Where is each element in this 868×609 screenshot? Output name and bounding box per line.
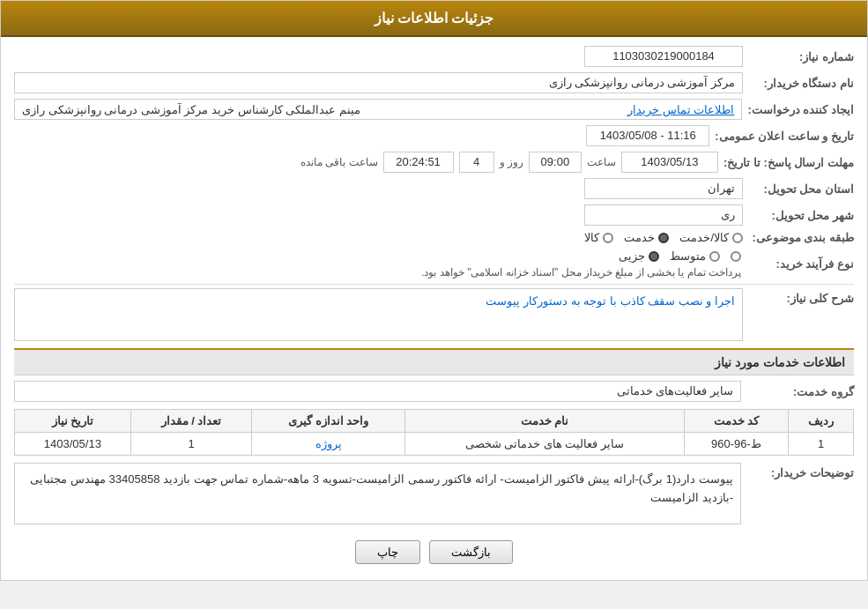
category-kala-khadamat-label: کالا/خدمت <box>679 231 729 244</box>
purchase-type-label: نوع فرآیند خرید: <box>748 257 854 271</box>
buyer-notes-label: توضیحات خریدار: <box>748 463 854 479</box>
remaining-time-value: 20:24:51 <box>383 152 454 173</box>
category-radio-kala-khadamat[interactable] <box>732 233 743 243</box>
reply-deadline-label: مهلت ارسال پاسخ: تا تاریخ: <box>723 156 854 169</box>
print-button[interactable]: چاپ <box>355 540 420 564</box>
creator-text: مینم عبدالملکی کارشناس خرید مرکز آموزشی … <box>22 103 360 116</box>
purchase-type-option-empty <box>731 251 741 262</box>
purchaser-value: مرکز آموزشی درمانی روانپزشکی رازی <box>14 72 743 93</box>
reply-time-label: ساعت <box>587 156 616 168</box>
col-header-unit: واحد اندازه گیری <box>252 410 405 433</box>
col-header-code: کد خدمت <box>684 410 788 433</box>
purchase-type-radio-group: متوسط جزیی <box>14 249 741 263</box>
purchaser-label: نام دستگاه خریدار: <box>748 77 854 90</box>
purchase-type-mutawasit-label: متوسط <box>670 249 706 263</box>
purchase-type-radio-empty[interactable] <box>731 251 741 262</box>
purchase-type-radio-juzee[interactable] <box>649 251 659 262</box>
cell-row: 1 <box>789 433 854 456</box>
service-group-value: سایر فعالیت‌های خدماتی <box>14 381 741 402</box>
cell-unit: پروژه <box>252 433 405 456</box>
service-group-label: گروه خدمت: <box>748 385 854 398</box>
need-description-value: اجرا و نصب سقف کاذب با توجه به دستورکار … <box>14 288 743 341</box>
city-value: ری <box>584 204 743 226</box>
category-radio-kala[interactable] <box>603 233 613 243</box>
category-option-kala-khadamat: کالا/خدمت <box>679 231 743 244</box>
province-value: تهران <box>584 178 743 199</box>
creator-label: ایجاد کننده درخواست: <box>747 103 854 116</box>
table-row: 1 ط-96-960 سایر فعالیت های خدماتی شخصی پ… <box>15 433 854 456</box>
button-row: بازگشت چاپ <box>14 530 854 571</box>
cell-date: 1403/05/13 <box>15 433 131 456</box>
col-header-name: نام خدمت <box>405 410 685 433</box>
days-value: 4 <box>459 152 494 173</box>
purchase-type-option-mutawasit: متوسط <box>670 249 720 263</box>
days-label: روز و <box>500 156 523 168</box>
province-label: استان محل تحویل: <box>748 182 854 196</box>
category-option-kala: کالا <box>584 231 613 244</box>
back-button[interactable]: بازگشت <box>429 540 513 564</box>
service-table: ردیف کد خدمت نام خدمت واحد اندازه گیری ت… <box>14 409 854 456</box>
service-info-title: اطلاعات خدمات مورد نیاز <box>14 348 854 375</box>
cell-qty: 1 <box>130 433 252 456</box>
page-header: جزئیات اطلاعات نیاز <box>1 1 867 37</box>
category-radio-khadamat[interactable] <box>658 233 669 243</box>
page-title: جزئیات اطلاعات نیاز <box>375 11 494 26</box>
category-radio-group: کالا/خدمت خدمت کالا <box>584 231 743 244</box>
city-label: شهر محل تحویل: <box>748 209 854 222</box>
need-description-label: شرح کلی نیاز: <box>748 288 854 305</box>
col-header-qty: تعداد / مقدار <box>130 410 252 433</box>
category-kala-label: کالا <box>584 231 599 244</box>
contact-link[interactable]: اطلاعات تماس خریدار <box>627 103 734 116</box>
purchase-type-juzee-label: جزیی <box>619 249 645 263</box>
purchase-type-option-juzee: جزیی <box>619 249 659 263</box>
category-option-khadamat: خدمت <box>624 231 669 244</box>
cell-code: ط-96-960 <box>684 433 788 456</box>
purchase-type-radio-mutawasit[interactable] <box>709 251 720 262</box>
creator-value: اطلاعات تماس خریدار مینم عبدالملکی کارشن… <box>14 99 742 120</box>
reply-time-value: 09:00 <box>529 152 582 173</box>
need-number-value: 1103030219000184 <box>584 46 743 67</box>
remaining-label: ساعت باقی مانده <box>300 156 378 168</box>
category-khadamat-label: خدمت <box>624 231 655 244</box>
reply-date-value: 1403/05/13 <box>621 152 718 173</box>
col-header-row: ردیف <box>789 410 854 433</box>
purchase-procedure-text: پرداخت تمام یا بخشی از مبلغ خریداز محل "… <box>14 266 741 279</box>
buyer-notes-value: پیوست دارد(1 برگ)-ارائه پیش فاکتور الزام… <box>14 463 741 524</box>
announce-date-value: 1403/05/08 - 11:16 <box>586 125 709 146</box>
cell-name: سایر فعالیت های خدماتی شخصی <box>405 433 685 456</box>
category-label: طبقه بندی موضوعی: <box>748 231 854 244</box>
col-header-date: تاریخ نیاز <box>15 410 131 433</box>
announce-date-label: تاریخ و ساعت اعلان عمومی: <box>715 130 854 143</box>
need-number-label: شماره نیاز: <box>748 50 854 63</box>
